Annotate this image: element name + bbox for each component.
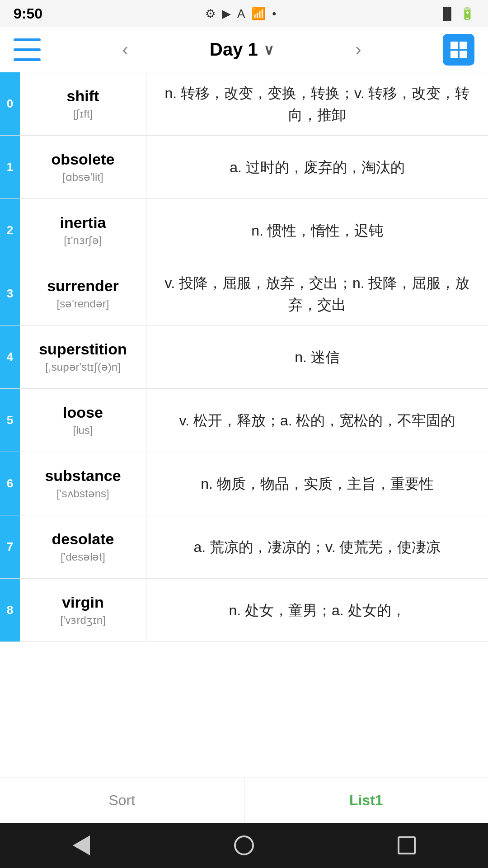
word-phonetic: [ɑbsə'lit] bbox=[62, 171, 103, 184]
back-button[interactable] bbox=[66, 830, 97, 861]
status-bar: 9:50 ⚙ ▶ A 📶 • ▐▌ 🔋 bbox=[0, 0, 488, 27]
battery-icon: 🔋 bbox=[460, 7, 474, 21]
gear-icon: ⚙ bbox=[205, 7, 216, 21]
word-english: obsolete bbox=[52, 151, 115, 168]
prev-day-button[interactable]: ‹ bbox=[117, 35, 132, 64]
word-definition: v. 松开，释放；a. 松的，宽松的，不牢固的 bbox=[146, 389, 488, 452]
dot-icon: • bbox=[272, 7, 276, 21]
svg-rect-0 bbox=[450, 42, 458, 49]
row-index: 2 bbox=[0, 199, 20, 262]
word-row[interactable]: 1obsolete[ɑbsə'lit]a. 过时的，废弃的，淘汰的 bbox=[0, 136, 488, 199]
row-index: 0 bbox=[0, 72, 20, 135]
row-index: 7 bbox=[0, 515, 20, 578]
svg-rect-2 bbox=[450, 51, 458, 58]
word-definition: n. 迷信 bbox=[146, 326, 488, 388]
row-word: inertia[ɪ'nɜrʃə] bbox=[20, 199, 146, 262]
word-row[interactable]: 2inertia[ɪ'nɜrʃə]n. 惯性，惰性，迟钝 bbox=[0, 199, 488, 262]
word-english: superstition bbox=[39, 340, 127, 358]
row-word: obsolete[ɑbsə'lit] bbox=[20, 136, 146, 198]
row-word: surrender[sə'rendər] bbox=[20, 262, 146, 325]
word-row[interactable]: 8virgin['vɜrdʒɪn]n. 处女，童男；a. 处女的， bbox=[0, 579, 488, 642]
recent-apps-button[interactable] bbox=[391, 830, 422, 861]
word-english: shift bbox=[67, 87, 99, 105]
recent-icon bbox=[398, 836, 416, 854]
row-word: superstition[ˌsupər'stɪʃ(ə)n] bbox=[20, 326, 146, 388]
word-phonetic: ['desələt] bbox=[61, 551, 105, 563]
menu-button[interactable] bbox=[14, 38, 41, 61]
list-grid-icon bbox=[448, 39, 469, 61]
word-english: desolate bbox=[52, 530, 114, 548]
row-word: loose[lus] bbox=[20, 389, 146, 452]
word-definition: a. 过时的，废弃的，淘汰的 bbox=[146, 136, 488, 198]
play-icon: ▶ bbox=[222, 7, 231, 21]
wifi-icon: 📶 bbox=[251, 7, 266, 21]
signal-icon: ▐▌ bbox=[439, 7, 455, 21]
row-index: 5 bbox=[0, 389, 20, 452]
word-phonetic: [ˌsupər'stɪʃ(ə)n] bbox=[45, 361, 121, 373]
word-english: loose bbox=[63, 404, 103, 421]
word-phonetic: [ɪ'nɜrʃə] bbox=[64, 234, 102, 247]
next-day-button[interactable]: › bbox=[351, 35, 366, 64]
word-definition: v. 投降，屈服，放弃，交出；n. 投降，屈服，放弃，交出 bbox=[146, 262, 488, 325]
row-word: virgin['vɜrdʒɪn] bbox=[20, 579, 146, 642]
word-phonetic: ['sʌbstəns] bbox=[56, 487, 109, 500]
word-definition: n. 转移，改变，变换，转换；v. 转移，改变，转向，推卸 bbox=[146, 72, 488, 135]
status-icons: ⚙ ▶ A 📶 • bbox=[205, 7, 276, 21]
row-word: shift[ʃɪft] bbox=[20, 72, 146, 135]
sort-tab[interactable]: Sort bbox=[0, 778, 244, 823]
list1-tab-label: List1 bbox=[349, 792, 383, 809]
word-english: surrender bbox=[47, 277, 119, 295]
chevron-down-icon: ∨ bbox=[263, 41, 274, 58]
word-english: virgin bbox=[62, 594, 104, 611]
word-definition: n. 物质，物品，实质，主旨，重要性 bbox=[146, 452, 488, 515]
word-phonetic: [lus] bbox=[73, 424, 93, 437]
home-button[interactable] bbox=[228, 830, 260, 861]
sort-tab-label: Sort bbox=[108, 792, 135, 809]
svg-rect-1 bbox=[460, 42, 467, 49]
android-nav-bar bbox=[0, 823, 488, 868]
row-word: desolate['desələt] bbox=[20, 515, 146, 578]
word-row[interactable]: 5loose[lus]v. 松开，释放；a. 松的，宽松的，不牢固的 bbox=[0, 389, 488, 452]
word-row[interactable]: 6substance['sʌbstəns]n. 物质，物品，实质，主旨，重要性 bbox=[0, 452, 488, 515]
word-definition: n. 处女，童男；a. 处女的， bbox=[146, 579, 488, 642]
status-time: 9:50 bbox=[14, 5, 42, 22]
row-index: 1 bbox=[0, 136, 20, 198]
word-english: substance bbox=[45, 467, 121, 485]
word-english: inertia bbox=[60, 214, 106, 231]
word-row[interactable]: 3surrender[sə'rendər]v. 投降，屈服，放弃，交出；n. 投… bbox=[0, 262, 488, 326]
day-title-text: Day 1 bbox=[210, 39, 258, 60]
word-phonetic: [ʃɪft] bbox=[73, 108, 93, 120]
home-icon bbox=[234, 835, 254, 855]
row-index: 4 bbox=[0, 326, 20, 388]
list-view-button[interactable] bbox=[443, 34, 474, 66]
list1-tab[interactable]: List1 bbox=[244, 778, 488, 823]
word-phonetic: ['vɜrdʒɪn] bbox=[60, 614, 106, 627]
word-definition: a. 荒凉的，凄凉的；v. 使荒芜，使凄凉 bbox=[146, 515, 488, 578]
word-row[interactable]: 4superstition[ˌsupər'stɪʃ(ə)n]n. 迷信 bbox=[0, 326, 488, 389]
word-row[interactable]: 7desolate['desələt]a. 荒凉的，凄凉的；v. 使荒芜，使凄凉 bbox=[0, 515, 488, 579]
status-right: ▐▌ 🔋 bbox=[439, 7, 474, 21]
word-row[interactable]: 0shift[ʃɪft]n. 转移，改变，变换，转换；v. 转移，改变，转向，推… bbox=[0, 72, 488, 136]
word-phonetic: [sə'rendər] bbox=[57, 297, 109, 310]
row-index: 6 bbox=[0, 452, 20, 515]
font-icon: A bbox=[237, 7, 245, 21]
word-list: 0shift[ʃɪft]n. 转移，改变，变换，转换；v. 转移，改变，转向，推… bbox=[0, 72, 488, 778]
day-title[interactable]: Day 1 ∨ bbox=[210, 39, 274, 60]
word-definition: n. 惯性，惰性，迟钝 bbox=[146, 199, 488, 262]
row-word: substance['sʌbstəns] bbox=[20, 452, 146, 515]
bottom-tab-bar: Sort List1 bbox=[0, 778, 488, 823]
svg-rect-3 bbox=[460, 51, 467, 58]
back-icon bbox=[73, 835, 90, 855]
nav-bar: ‹ Day 1 ∨ › bbox=[0, 27, 488, 72]
row-index: 3 bbox=[0, 262, 20, 325]
row-index: 8 bbox=[0, 579, 20, 642]
